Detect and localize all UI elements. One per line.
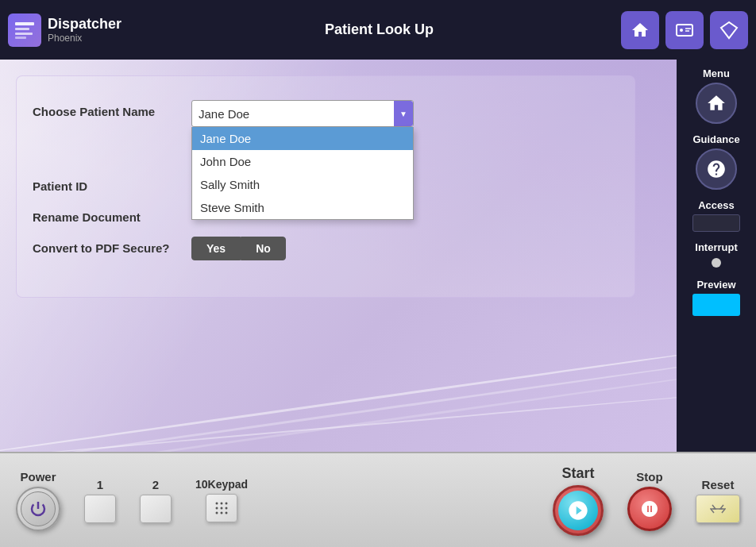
reset-button[interactable] [696,495,740,523]
power-section: Power [16,470,60,531]
interrupt-label: Interrupt [695,241,737,253]
svg-point-13 [226,507,228,510]
menu-home-button[interactable] [696,83,737,124]
convert-pdf-control: Yes No [191,237,619,260]
app-subtitle: Phoenix [48,33,122,44]
numbered-button-1[interactable] [84,495,116,523]
btn1-label: 1 [97,478,103,491]
yes-no-group: Yes No [191,237,619,260]
dropdown-option-sally-smith[interactable]: Sally Smith [192,173,413,196]
start-section: Start [553,465,604,536]
keypad-label: 10Keypad [195,478,248,491]
keypad-area: 10Keypad [195,478,248,522]
top-bar: Dispatcher Phoenix Patient Look Up [0,0,756,60]
logo-area: Dispatcher Phoenix [8,13,122,47]
keypad-button[interactable] [206,494,237,522]
dropdown-selected-value: Jane Doe [199,107,249,121]
stop-label: Stop [636,470,662,483]
sidebar-item-interrupt: Interrupt [677,241,756,269]
yes-button[interactable]: Yes [191,237,241,260]
svg-point-10 [226,503,228,505]
power-label: Power [20,470,56,483]
stop-section: Stop [627,470,672,531]
svg-point-16 [226,512,228,514]
svg-point-15 [221,512,223,514]
svg-rect-0 [15,22,34,25]
sidebar-item-access: Access [677,199,756,232]
svg-rect-2 [15,33,33,35]
patient-dropdown-list: Jane Doe John Doe Sally Smith Steve Smit… [191,127,414,220]
diamond-top-button[interactable] [710,11,748,49]
wave-decoration-1 [0,349,677,452]
reset-section: Reset [696,478,740,523]
guidance-label: Guidance [692,133,739,145]
preview-label: Preview [696,279,735,291]
patient-name-label: Choose Patient Name [33,100,191,118]
dropdown-option-john-doe[interactable]: John Doe [192,150,413,173]
reset-label: Reset [702,478,735,491]
dropdown-arrow-icon [394,101,413,126]
convert-pdf-row: Convert to PDF Secure? Yes No [33,237,619,260]
interrupt-indicator [712,258,721,268]
dropdown-option-steve-smith[interactable]: Steve Smith [192,196,413,219]
btn1-section: 1 [84,478,116,523]
patient-name-row: Choose Patient Name Jane Doe Jane Doe Jo… [33,100,619,127]
access-label: Access [698,199,735,211]
patient-id-label: Patient ID [33,175,191,193]
access-button[interactable] [692,214,740,232]
btn2-section: 2 [140,478,172,523]
home-top-button[interactable] [621,11,659,49]
logo-icon [8,13,41,47]
main-area: Choose Patient Name Jane Doe Jane Doe Jo… [0,60,756,452]
svg-point-5 [680,29,683,32]
guidance-button[interactable] [696,148,737,190]
rename-document-label: Rename Document [33,206,191,224]
convert-pdf-label: Convert to PDF Secure? [33,237,191,255]
dropdown-option-jane-doe[interactable]: Jane Doe [192,127,413,150]
patient-name-control[interactable]: Jane Doe Jane Doe John Doe Sally Smith S… [191,100,619,127]
power-button[interactable] [16,487,60,531]
power-button-inner [21,491,56,526]
start-button[interactable] [553,485,604,536]
center-content: Choose Patient Name Jane Doe Jane Doe Jo… [0,60,677,452]
svg-point-11 [216,507,218,510]
preview-button[interactable] [692,294,740,316]
menu-label: Menu [703,67,730,79]
svg-point-14 [216,512,218,514]
top-buttons [621,11,748,49]
sidebar-item-preview: Preview [677,279,756,316]
stop-button[interactable] [627,487,672,531]
logo-text: Dispatcher Phoenix [48,16,122,44]
id-card-top-button[interactable] [665,11,704,49]
app-title: Dispatcher [48,16,122,33]
start-button-inner [558,491,598,530]
bottom-bar: Power 1 2 10Keypad Start [0,452,756,547]
start-label: Start [561,465,594,482]
svg-point-8 [216,503,218,505]
svg-rect-3 [15,37,26,39]
patient-name-dropdown[interactable]: Jane Doe [191,100,414,127]
svg-point-9 [221,503,223,505]
btn2-label: 2 [152,478,159,491]
page-title: Patient Look Up [137,21,621,38]
sidebar-item-guidance: Guidance [677,133,756,190]
svg-rect-4 [677,25,692,36]
right-sidebar: Menu Guidance Access Interrupt Preview [677,60,756,452]
svg-rect-1 [15,28,29,30]
no-button[interactable]: No [241,237,286,260]
form-panel: Choose Patient Name Jane Doe Jane Doe Jo… [16,75,635,298]
svg-point-12 [221,507,223,510]
numbered-button-2[interactable] [140,495,172,523]
sidebar-item-menu: Menu [677,67,756,124]
